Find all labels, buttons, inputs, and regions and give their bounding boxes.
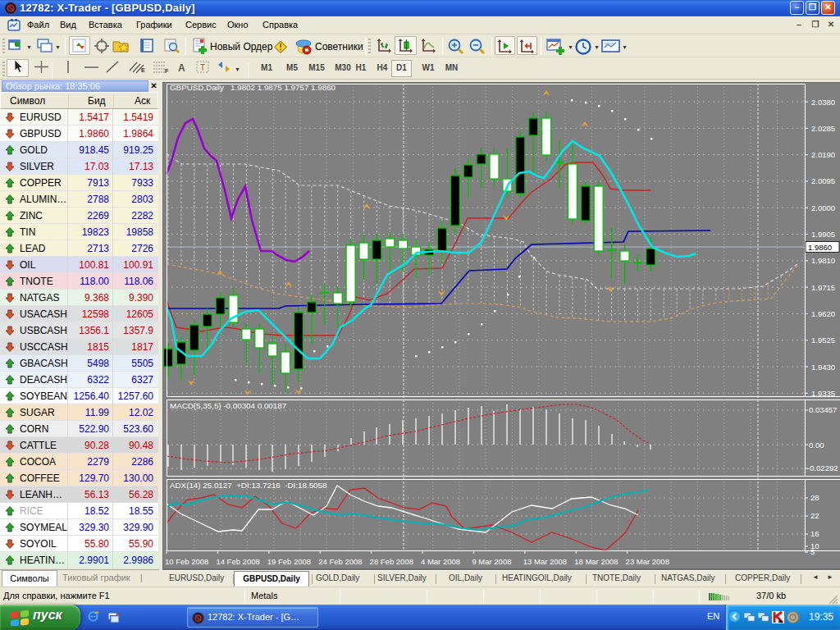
svg-text:14 Feb 2008: 14 Feb 2008 [216, 557, 259, 566]
svg-text:1.9905: 1.9905 [811, 230, 835, 239]
svg-text:18 Mar 2008: 18 Mar 2008 [574, 557, 618, 566]
svg-text:2.0380: 2.0380 [811, 98, 835, 107]
svg-text:F: F [165, 68, 169, 73]
svg-text:5: 5 [810, 547, 815, 556]
svg-text:2.0000: 2.0000 [811, 203, 835, 212]
svg-text:1.9525: 1.9525 [811, 336, 835, 345]
svg-text:0.00: 0.00 [809, 441, 824, 450]
svg-text:16: 16 [810, 529, 819, 538]
svg-text:MACD(5,35,5) -0.00304 0.00187: MACD(5,35,5) -0.00304 0.00187 [170, 401, 286, 410]
svg-text:2.0190: 2.0190 [811, 150, 835, 159]
svg-text:!: ! [279, 42, 282, 52]
svg-text:1.9860: 1.9860 [808, 243, 832, 252]
svg-text:4 Mar 2008: 4 Mar 2008 [421, 557, 460, 566]
svg-text:2.0095: 2.0095 [811, 176, 835, 185]
svg-text:E: E [141, 67, 145, 73]
svg-text:23 Mar 2008: 23 Mar 2008 [626, 557, 669, 566]
svg-text:ADX(14) 25.0127 +DI:13.7216: ADX(14) 25.0127 +DI:13.7216 -DI:18.5058 [170, 481, 327, 490]
svg-text:2.0285: 2.0285 [811, 124, 835, 133]
svg-text:22: 22 [810, 511, 819, 520]
svg-text:T: T [200, 63, 205, 72]
svg-text:1.9715: 1.9715 [811, 283, 835, 292]
svg-text:1.9620: 1.9620 [811, 309, 835, 318]
svg-text:28 Feb 2008: 28 Feb 2008 [370, 557, 413, 566]
svg-text:19 Feb 2008: 19 Feb 2008 [267, 557, 311, 566]
svg-text:0.03457: 0.03457 [809, 405, 837, 414]
svg-text:10 Feb 2008: 10 Feb 2008 [165, 557, 208, 566]
svg-text:-0.02292: -0.02292 [807, 463, 838, 472]
svg-text:GBPUSD,Daily 1.9802 1.9875 1: GBPUSD,Daily 1.9802 1.9875 1.9757 1.9860 [170, 83, 336, 92]
svg-text:1.9430: 1.9430 [811, 363, 835, 372]
svg-text:9 Mar 2008: 9 Mar 2008 [472, 557, 511, 566]
svg-text:1.9810: 1.9810 [811, 256, 835, 265]
svg-text:24 Feb 2008: 24 Feb 2008 [318, 557, 362, 566]
svg-text:1.9335: 1.9335 [811, 389, 835, 398]
svg-text:13 Mar 2008: 13 Mar 2008 [523, 557, 567, 566]
svg-text:28: 28 [810, 493, 819, 502]
